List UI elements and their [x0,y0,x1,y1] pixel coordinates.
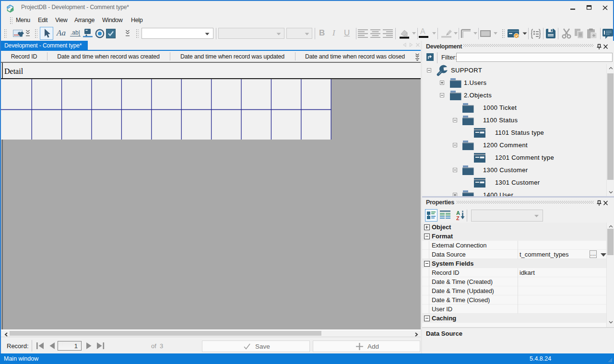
svg-text:Z: Z [456,215,460,221]
svg-text:A: A [456,210,460,216]
